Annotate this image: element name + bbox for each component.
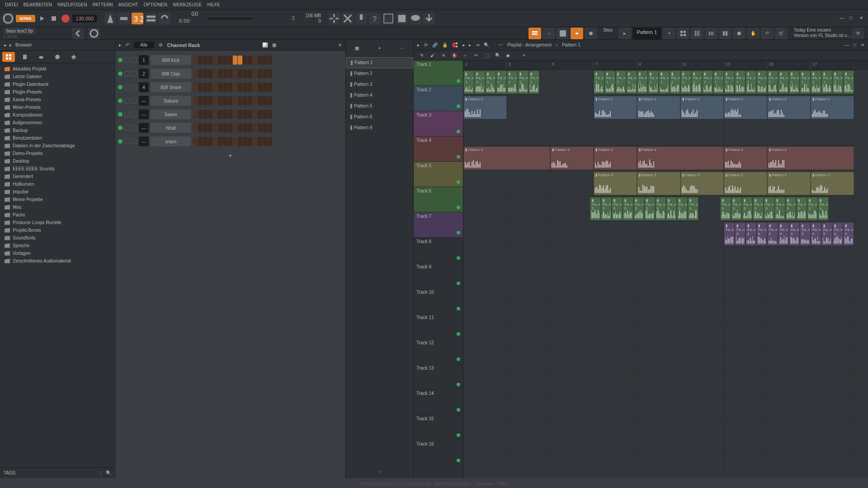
step-cell[interactable] (208, 83, 212, 92)
step-cell[interactable] (268, 69, 272, 78)
clip[interactable]: ▮ Pattern 2 (463, 96, 507, 119)
menu-hilfe[interactable]: HILFE (204, 2, 222, 7)
channel-number[interactable]: 1 (139, 55, 149, 65)
step-cell[interactable] (253, 110, 257, 119)
step-cell[interactable] (193, 96, 198, 105)
channel-mute[interactable] (124, 139, 130, 144)
sync-icon[interactable] (328, 13, 340, 24)
step-cell[interactable] (213, 83, 217, 92)
clip[interactable]: ▮ Pa..n 1 (800, 70, 811, 94)
track-header[interactable]: Track 5 (414, 162, 463, 187)
step-cell[interactable] (253, 137, 257, 146)
step-cell[interactable] (198, 123, 203, 132)
browser-item[interactable]: Hüllkurven (0, 180, 115, 188)
stop-button[interactable] (49, 14, 59, 23)
browser-tab-fav[interactable] (67, 52, 80, 62)
clip[interactable]: ▮ Pa..n 6 (811, 222, 821, 246)
step-cell[interactable] (258, 123, 262, 132)
browser-item[interactable]: Meine Projekte (0, 196, 115, 203)
step-cell[interactable] (243, 137, 247, 146)
track-header[interactable]: Track 13 (414, 364, 463, 389)
step-cell[interactable] (218, 83, 222, 92)
menu-pattern[interactable]: PATTERN (90, 2, 116, 7)
clip[interactable]: ▮ Pattern 4 (724, 146, 767, 170)
step-cell[interactable] (228, 137, 232, 146)
track-mute-dot[interactable] (457, 130, 460, 133)
channel-solo[interactable] (132, 57, 137, 63)
step-cell[interactable] (218, 56, 222, 65)
pl-min-icon[interactable]: — (844, 42, 849, 47)
track-mute-dot[interactable] (457, 155, 460, 159)
channel-solo[interactable] (132, 125, 137, 131)
browser-item[interactable]: Projekt-Bones (0, 226, 115, 234)
clip[interactable]: ▮ Pa..n 5 (731, 197, 742, 221)
step-cell[interactable] (253, 96, 257, 105)
pattern-item[interactable]: Pattern 1 (346, 57, 413, 68)
playlist-track[interactable]: ▮ Pattern 4▮ Pattern 4▮ Pattern 4▮ Patte… (463, 145, 868, 171)
step-cell[interactable] (238, 56, 242, 65)
save-icon[interactable] (396, 13, 408, 24)
clip[interactable]: ▮ Pa..n 5 (601, 197, 612, 221)
news-reload-icon[interactable]: ⟳ (852, 28, 864, 39)
step-cell[interactable] (213, 123, 217, 132)
step-cell[interactable] (238, 96, 242, 105)
tags-filter-icon[interactable]: ⋮ (99, 470, 103, 475)
ruler-bar[interactable]: 11 (680, 61, 724, 69)
clip[interactable]: ▮ Pattern 3 (767, 172, 811, 195)
clip[interactable]: ▮ Pa..n 1 (594, 70, 604, 94)
time-display[interactable]: 0:00:00 (179, 11, 198, 26)
browser-tab-all[interactable] (2, 52, 15, 62)
step-cell[interactable] (193, 110, 198, 119)
clip[interactable]: ▮ Pa..n 5 (774, 197, 785, 221)
browser-tab-cloud[interactable] (35, 52, 47, 62)
clip[interactable]: ▮ Pa..n 1 (637, 70, 648, 94)
clip[interactable]: ▮ Pa..n 5 (590, 197, 601, 221)
clip[interactable]: ▮ Pattern 2 (637, 96, 680, 119)
browser-item[interactable]: Plugin-Presets (0, 88, 115, 96)
step-cell[interactable] (248, 110, 252, 119)
clip[interactable]: ▮ Pa..n 5 (644, 197, 655, 221)
step-cell[interactable] (248, 96, 252, 105)
clip[interactable]: ▮ Pa..n 1 (474, 70, 485, 94)
clip[interactable]: ▮ Pa..n 6 (745, 222, 756, 246)
clip[interactable]: ▮ Pa..n 1 (832, 70, 843, 94)
track-mute-dot[interactable] (457, 180, 460, 184)
playlist-track[interactable] (463, 297, 868, 323)
ruler-bar[interactable]: 15 (767, 61, 811, 69)
plugin-button[interactable] (733, 28, 745, 39)
link-button[interactable] (571, 28, 583, 39)
clip[interactable]: ▮ Pa..n 5 (688, 197, 698, 221)
step-cell[interactable] (253, 69, 257, 78)
clip[interactable]: ▮ Pa..n 1 (843, 70, 854, 94)
step-cell[interactable] (203, 123, 208, 132)
pl-tool-draw[interactable]: ✎ (417, 52, 426, 60)
browser-item[interactable]: Producer Loops Rumble (0, 219, 115, 226)
step-cell[interactable] (198, 56, 203, 65)
mic-icon[interactable] (355, 13, 367, 24)
clip[interactable]: ▮ Pa..n 1 (648, 70, 659, 94)
step-cell[interactable] (228, 83, 232, 92)
playlist-track[interactable]: ▮ Pa..n 1▮ Pa..n 1▮ Pa..n 1▮ Pa..n 1▮ Pa… (463, 70, 868, 95)
search-icon[interactable]: 🔍 (106, 470, 111, 475)
loop-icon[interactable] (159, 13, 170, 24)
playlist-track[interactable]: ▮ Pa..n 5▮ Pa..n 5▮ Pa..n 5▮ Pa..n 5▮ Pa… (463, 196, 868, 221)
clip[interactable]: ▮ Pattern 4 (767, 146, 854, 170)
browser-item[interactable]: Zerschnittenes Audiomaterial (0, 257, 115, 265)
view1-icon[interactable] (382, 13, 394, 24)
browser-item[interactable]: Dateien in der Zwischenablage (0, 142, 115, 150)
track-header[interactable]: Track 8 (414, 238, 463, 263)
track-mute-dot[interactable] (457, 408, 460, 412)
browser-item[interactable]: Aufgenommen (0, 119, 115, 127)
channel-number[interactable]: 2 (139, 69, 149, 79)
playlist-track[interactable] (463, 449, 868, 474)
wait-icon[interactable] (118, 13, 130, 24)
clip[interactable]: ▮ Pattern 3 (680, 172, 724, 195)
track-header[interactable]: Track 7 (414, 212, 463, 238)
clip[interactable]: ▮ Pa..n 1 (735, 70, 745, 94)
cr-play-icon[interactable]: ▸ (119, 42, 121, 47)
step-cell[interactable] (268, 83, 272, 92)
playlist-track[interactable] (463, 424, 868, 449)
track-header[interactable]: Track 15 (414, 415, 463, 440)
clip[interactable]: ▮ Pa..n 1 (507, 70, 518, 94)
playlist-track[interactable] (463, 323, 868, 348)
